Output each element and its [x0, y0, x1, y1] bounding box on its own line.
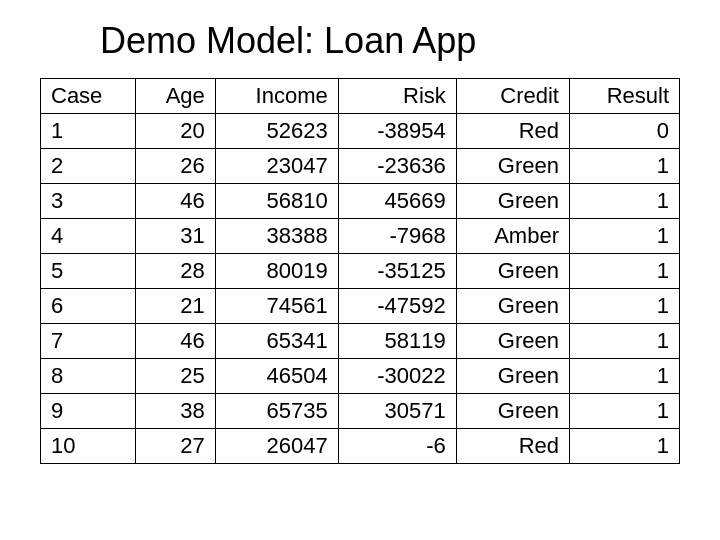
cell-r7-c0: 8: [41, 359, 136, 394]
cell-r0-c4: Red: [456, 114, 569, 149]
header-credit: Credit: [456, 79, 569, 114]
cell-r9-c4: Red: [456, 429, 569, 464]
cell-r8-c0: 9: [41, 394, 136, 429]
cell-r3-c2: 38388: [215, 219, 338, 254]
cell-r9-c5: 1: [569, 429, 679, 464]
cell-r5-c3: -47592: [338, 289, 456, 324]
header-row: CaseAgeIncomeRiskCreditResult: [41, 79, 680, 114]
header-case: Case: [41, 79, 136, 114]
cell-r2-c4: Green: [456, 184, 569, 219]
cell-r4-c0: 5: [41, 254, 136, 289]
cell-r1-c3: -23636: [338, 149, 456, 184]
cell-r4-c5: 1: [569, 254, 679, 289]
cell-r1-c5: 1: [569, 149, 679, 184]
cell-r0-c0: 1: [41, 114, 136, 149]
cell-r1-c4: Green: [456, 149, 569, 184]
cell-r1-c1: 26: [136, 149, 215, 184]
cell-r4-c3: -35125: [338, 254, 456, 289]
cell-r6-c0: 7: [41, 324, 136, 359]
cell-r8-c5: 1: [569, 394, 679, 429]
cell-r4-c4: Green: [456, 254, 569, 289]
cell-r6-c2: 65341: [215, 324, 338, 359]
cell-r7-c4: Green: [456, 359, 569, 394]
cell-r3-c3: -7968: [338, 219, 456, 254]
cell-r2-c1: 46: [136, 184, 215, 219]
cell-r2-c0: 3: [41, 184, 136, 219]
header-age: Age: [136, 79, 215, 114]
table-row: 102726047-6Red1: [41, 429, 680, 464]
cell-r5-c2: 74561: [215, 289, 338, 324]
cell-r3-c1: 31: [136, 219, 215, 254]
cell-r0-c3: -38954: [338, 114, 456, 149]
header-result: Result: [569, 79, 679, 114]
cell-r7-c3: -30022: [338, 359, 456, 394]
cell-r3-c5: 1: [569, 219, 679, 254]
cell-r0-c2: 52623: [215, 114, 338, 149]
cell-r5-c5: 1: [569, 289, 679, 324]
cell-r6-c5: 1: [569, 324, 679, 359]
cell-r5-c4: Green: [456, 289, 569, 324]
table-row: 9386573530571Green1: [41, 394, 680, 429]
table-row: 43138388-7968Amber1: [41, 219, 680, 254]
cell-r1-c0: 2: [41, 149, 136, 184]
cell-r4-c2: 80019: [215, 254, 338, 289]
table-row: 12052623-38954Red0: [41, 114, 680, 149]
header-income: Income: [215, 79, 338, 114]
cell-r2-c2: 56810: [215, 184, 338, 219]
cell-r8-c4: Green: [456, 394, 569, 429]
cell-r9-c0: 10: [41, 429, 136, 464]
table-header: CaseAgeIncomeRiskCreditResult: [41, 79, 680, 114]
cell-r9-c1: 27: [136, 429, 215, 464]
cell-r3-c0: 4: [41, 219, 136, 254]
cell-r8-c2: 65735: [215, 394, 338, 429]
cell-r4-c1: 28: [136, 254, 215, 289]
table-row: 62174561-47592Green1: [41, 289, 680, 324]
cell-r2-c3: 45669: [338, 184, 456, 219]
cell-r1-c2: 23047: [215, 149, 338, 184]
cell-r9-c2: 26047: [215, 429, 338, 464]
cell-r7-c2: 46504: [215, 359, 338, 394]
cell-r0-c5: 0: [569, 114, 679, 149]
table-body: 12052623-38954Red022623047-23636Green134…: [41, 114, 680, 464]
cell-r7-c1: 25: [136, 359, 215, 394]
cell-r2-c5: 1: [569, 184, 679, 219]
table-row: 52880019-35125Green1: [41, 254, 680, 289]
cell-r5-c0: 6: [41, 289, 136, 324]
cell-r7-c5: 1: [569, 359, 679, 394]
cell-r6-c4: Green: [456, 324, 569, 359]
cell-r0-c1: 20: [136, 114, 215, 149]
table-row: 82546504-30022Green1: [41, 359, 680, 394]
header-risk: Risk: [338, 79, 456, 114]
cell-r5-c1: 21: [136, 289, 215, 324]
table-row: 3465681045669Green1: [41, 184, 680, 219]
cell-r3-c4: Amber: [456, 219, 569, 254]
loan-table: CaseAgeIncomeRiskCreditResult 12052623-3…: [40, 78, 680, 464]
cell-r8-c3: 30571: [338, 394, 456, 429]
cell-r6-c3: 58119: [338, 324, 456, 359]
cell-r8-c1: 38: [136, 394, 215, 429]
table-row: 22623047-23636Green1: [41, 149, 680, 184]
page-title: Demo Model: Loan App: [100, 20, 476, 62]
cell-r6-c1: 46: [136, 324, 215, 359]
cell-r9-c3: -6: [338, 429, 456, 464]
table-row: 7466534158119Green1: [41, 324, 680, 359]
